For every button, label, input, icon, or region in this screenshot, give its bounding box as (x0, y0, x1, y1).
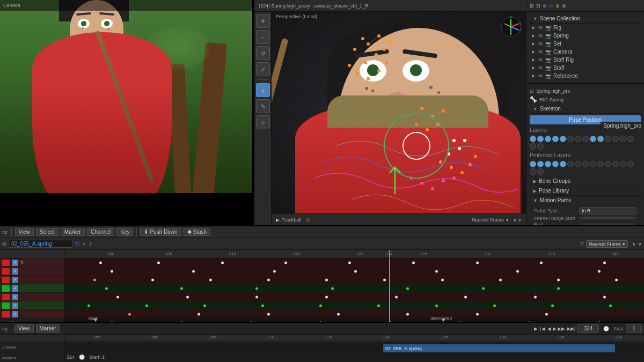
layer-dot-14[interactable] (627, 136, 634, 142)
layer-dot-3[interactable] (545, 136, 551, 142)
frame-range-start-value[interactable] (579, 217, 636, 219)
scale-tool[interactable]: ⤢ (256, 62, 270, 76)
layer-dot-8[interactable] (582, 136, 589, 142)
staff-cam[interactable]: 📷 (545, 65, 551, 71)
viewport-left[interactable]: Camera (0, 0, 252, 225)
spring-eye[interactable]: 👁 (538, 33, 543, 39)
track-row-2[interactable] (64, 267, 644, 276)
viewport-3d-content[interactable]: X Y Z Perspective (Local) (272, 12, 526, 213)
snap-dropdown-arrow[interactable]: ▾ (506, 217, 509, 223)
collection-set[interactable]: ▶ 👁 📷 Set (530, 40, 641, 48)
prot-dot-15[interactable] (530, 168, 536, 175)
collection-spring[interactable]: ▶ 👁 📷 Spring (530, 32, 641, 40)
nla-content[interactable]: 255 260 265 270 275 280 285 290 295 300 (64, 335, 644, 362)
props-icon-3[interactable]: ⊛ (543, 3, 547, 9)
track-checkbox-2[interactable]: ✓ (12, 268, 18, 275)
measure-tool[interactable]: ⊹ (256, 115, 270, 129)
nla-view-menu[interactable]: View (14, 324, 34, 333)
snap-dropdown[interactable]: Nearest Frame ▾ (586, 240, 628, 248)
action-name-input[interactable] (9, 240, 73, 248)
props-icon-5[interactable]: ⊕ (555, 3, 560, 9)
staffrig-eye[interactable]: 👁 (538, 57, 543, 63)
props-icon-1[interactable]: ⊞ (530, 3, 534, 9)
layer-dot-11[interactable] (605, 136, 611, 142)
prot-dot-8[interactable] (582, 161, 589, 167)
rig-camera[interactable]: 📷 (545, 25, 551, 31)
staff-eye[interactable]: 👁 (538, 65, 543, 71)
track-checkbox-4[interactable]: ✓ (12, 285, 18, 292)
dopesheet-tracks[interactable]: 300 305 310 315 320 324 325 330 335 340 (64, 250, 644, 322)
prot-dot-2[interactable] (537, 161, 544, 167)
layer-dot-10[interactable] (597, 136, 604, 142)
props-icon-6[interactable]: ⊗ (562, 3, 566, 9)
ref-camera[interactable]: 📷 (545, 73, 551, 79)
rig-dropdown-icon[interactable]: ⊟ (530, 88, 534, 94)
view-menu[interactable]: View (15, 228, 34, 236)
viewport-right[interactable]: (324) Spring.high_proxy : sweater_sleeve… (254, 0, 526, 225)
collection-camera[interactable]: ▶ 👁 📷 Camera (530, 48, 641, 56)
select-tool[interactable]: ◈ (256, 83, 270, 97)
set-camera[interactable]: 📷 (545, 41, 551, 47)
camera-camera[interactable]: 📷 (545, 49, 551, 55)
ds-shield-icon[interactable]: 🛡 (75, 241, 80, 247)
layer-dot-2[interactable] (537, 136, 544, 142)
track-checkbox-1[interactable]: ✓ (12, 260, 18, 266)
camera-eye[interactable]: 👁 (538, 49, 543, 55)
nla-start-input[interactable] (626, 324, 642, 333)
prot-dot-9[interactable] (590, 161, 596, 167)
prot-dot-5[interactable] (560, 161, 566, 167)
scene-collection-header[interactable]: ▼ Scene Collection (530, 14, 641, 24)
layer-dot-15[interactable] (530, 143, 536, 150)
paths-type-value[interactable]: In R (579, 207, 636, 215)
track-checkbox-7[interactable]: ✓ (12, 311, 18, 317)
move-tool[interactable]: ↔ (256, 30, 270, 44)
nla-frame-input[interactable] (577, 324, 599, 333)
track-row-4[interactable] (64, 284, 644, 293)
rig-eye[interactable]: 👁 (538, 25, 543, 31)
track-row-3[interactable] (64, 276, 644, 284)
layer-dot-13[interactable] (620, 136, 626, 142)
layer-dot-4[interactable] (552, 136, 559, 142)
prot-dot-3[interactable] (545, 161, 551, 167)
track-checkbox-3[interactable]: ✓ (12, 277, 18, 283)
props-icon-2[interactable]: ⊟ (536, 3, 540, 9)
collection-rig[interactable]: ▶ 👁 📷 Rig (530, 24, 641, 32)
spring-camera[interactable]: 📷 (545, 33, 551, 39)
staffrig-camera[interactable]: 📷 (545, 57, 551, 63)
nla-action-strip[interactable]: 02_055_A.spring (383, 344, 615, 353)
skeleton-header[interactable]: ▼ Skeleton (530, 104, 641, 114)
collection-reference[interactable]: ▶ 👁 📷 Reference (530, 72, 641, 80)
prot-dot-13[interactable] (620, 161, 626, 167)
ds-check-icon[interactable]: ✓ (82, 241, 86, 247)
props-icon-4[interactable]: ⊹ (549, 3, 553, 9)
track-row-1[interactable] (64, 258, 644, 267)
ref-eye[interactable]: 👁 (538, 73, 543, 79)
ds-icon-1[interactable]: ◎ (2, 241, 6, 247)
ds-extra-1[interactable]: ∧ (632, 241, 636, 247)
push-down-btn[interactable]: ⬇ Push Down (140, 228, 181, 236)
layer-dot-1[interactable] (530, 136, 536, 142)
prot-dot-1[interactable] (530, 161, 536, 167)
stash-btn[interactable]: ✱ Stash (184, 228, 211, 236)
track-checkbox-5[interactable]: ✓ (12, 294, 18, 300)
layer-dot-5[interactable] (560, 136, 566, 142)
prot-dot-11[interactable] (605, 161, 611, 167)
set-eye[interactable]: 👁 (538, 41, 543, 47)
prot-dot-7[interactable] (575, 161, 581, 167)
layer-dot-9[interactable] (590, 136, 596, 142)
annotate-tool[interactable]: ✎ (256, 99, 270, 113)
rotate-tool[interactable]: ↺ (256, 46, 270, 60)
ds-extra-2[interactable]: ∨ (638, 241, 642, 247)
motion-paths-header[interactable]: ▼ Motion Paths (530, 196, 641, 205)
key-menu[interactable]: Key (116, 228, 133, 236)
prot-dot-16[interactable] (537, 168, 544, 175)
layer-dot-6[interactable] (567, 136, 574, 142)
layer-dot-7[interactable] (575, 136, 581, 142)
select-menu[interactable]: Select (36, 228, 58, 236)
collection-staff[interactable]: ▶ 👁 📷 Staff (530, 64, 641, 72)
ds-filter-icon[interactable]: ▽ (580, 241, 584, 247)
prot-dot-6[interactable] (567, 161, 574, 167)
prot-dot-14[interactable] (627, 161, 634, 167)
track-row-5[interactable] (64, 293, 644, 301)
bone-groups-header[interactable]: ▶ Bone Groups (530, 176, 641, 186)
